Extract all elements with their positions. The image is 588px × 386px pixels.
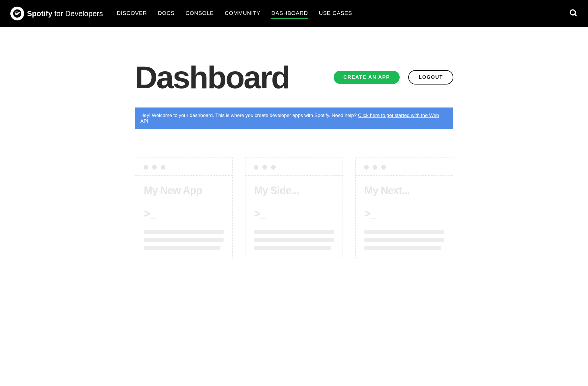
top-navbar: Spotify for Developers DISCOVER DOCS CON… — [0, 0, 588, 27]
nav-links: DISCOVER DOCS CONSOLE COMMUNITY DASHBOAR… — [117, 8, 569, 19]
svg-point-0 — [570, 10, 575, 15]
prompt-icon: >_ — [364, 208, 444, 220]
page-title: Dashboard — [135, 62, 289, 93]
app-card[interactable]: My Next... >_ — [355, 158, 453, 258]
prompt-icon: >_ — [254, 208, 334, 220]
spotify-icon — [10, 7, 24, 20]
app-title: My Side... — [254, 185, 334, 197]
placeholder-lines — [144, 230, 224, 250]
app-card[interactable]: My New App >_ — [135, 158, 233, 258]
app-grid: My New App >_ My Side... >_ My Next... >… — [135, 158, 453, 270]
card-window-dots — [355, 158, 453, 176]
svg-line-1 — [575, 14, 577, 16]
app-card[interactable]: My Side... >_ — [245, 158, 343, 258]
prompt-icon: >_ — [144, 208, 224, 220]
nav-console[interactable]: CONSOLE — [185, 8, 214, 19]
placeholder-lines — [254, 230, 334, 250]
nav-use-cases[interactable]: USE CASES — [319, 8, 352, 19]
create-app-button[interactable]: CREATE AN APP — [334, 71, 400, 84]
nav-docs[interactable]: DOCS — [158, 8, 175, 19]
brand-text: Spotify for Developers — [27, 9, 103, 18]
welcome-banner: Hey! Welcome to your dashboard. This is … — [135, 107, 453, 129]
app-title: My New App — [144, 185, 224, 197]
banner-text: Hey! Welcome to your dashboard. This is … — [140, 113, 358, 118]
search-icon[interactable] — [569, 9, 578, 18]
brand-logo[interactable]: Spotify for Developers — [10, 7, 103, 20]
header-actions: CREATE AN APP LOGOUT — [334, 70, 453, 85]
nav-dashboard[interactable]: DASHBOARD — [271, 8, 308, 19]
logout-button[interactable]: LOGOUT — [408, 70, 453, 85]
card-window-dots — [245, 158, 343, 176]
page-header: Dashboard CREATE AN APP LOGOUT — [135, 27, 453, 93]
nav-discover[interactable]: DISCOVER — [117, 8, 147, 19]
nav-community[interactable]: COMMUNITY — [225, 8, 260, 19]
placeholder-lines — [364, 230, 444, 250]
card-window-dots — [135, 158, 233, 176]
app-title: My Next... — [364, 185, 444, 197]
